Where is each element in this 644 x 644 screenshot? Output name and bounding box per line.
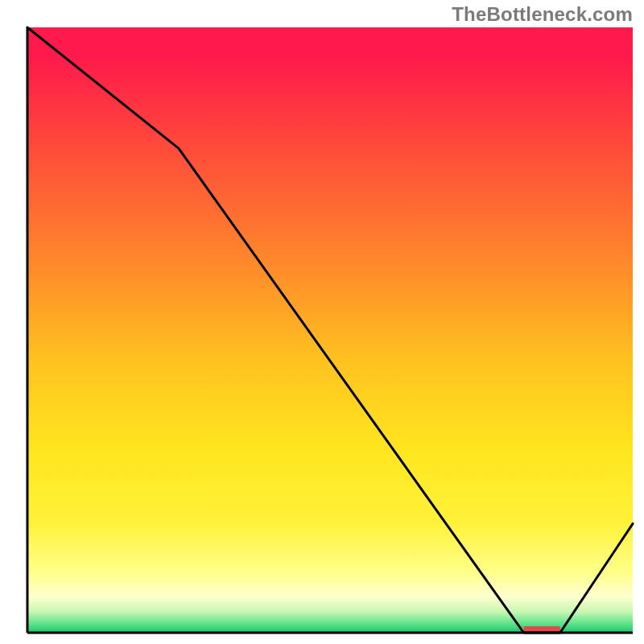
chart-background [27,27,633,633]
chart-container: TheBottleneck.com [0,0,644,644]
chart-canvas [0,0,644,644]
watermark-label: TheBottleneck.com [452,3,633,26]
